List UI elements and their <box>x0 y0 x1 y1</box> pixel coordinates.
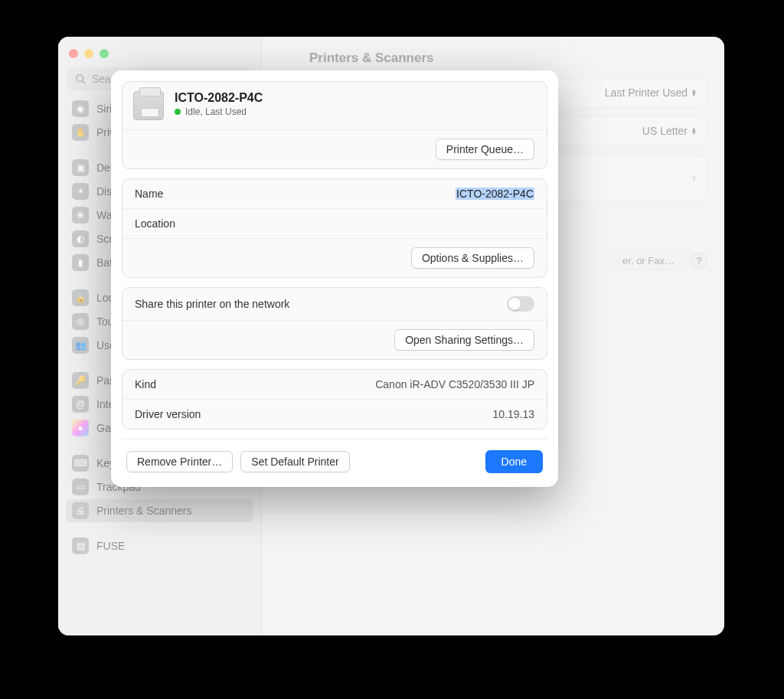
behind-controls: er, or Fax… ? <box>614 251 707 270</box>
location-row[interactable]: Location <box>122 208 547 238</box>
drive-icon: ▤ <box>72 537 89 554</box>
sidebar-item-printers[interactable]: 🖨Printers & Scanners <box>66 499 253 522</box>
sidebar-item-fuse[interactable]: ▤FUSE <box>66 534 253 557</box>
printer-header: ICTO-2082-P4C Idle, Last Used <box>122 82 547 129</box>
zoom-window-button[interactable] <box>100 49 109 58</box>
chevron-right-icon: › <box>692 171 696 184</box>
wallpaper-icon: ❀ <box>72 207 89 224</box>
name-label: Name <box>135 188 163 200</box>
page-title: Printers & Scanners <box>309 51 707 66</box>
driver-label: Driver version <box>135 408 201 420</box>
open-sharing-button[interactable]: Open Sharing Settings… <box>394 329 534 351</box>
share-row: Share this printer on the network <box>122 288 547 320</box>
screensaver-icon: ◐ <box>72 230 89 247</box>
chevron-updown-icon: ▴▾ <box>692 89 696 96</box>
kind-value: Canon iR-ADV C3520/3530 III JP <box>375 378 534 390</box>
printer-status-text: Idle, Last Used <box>185 106 247 117</box>
location-label: Location <box>135 217 175 230</box>
keyboard-icon: ⌨ <box>72 455 89 472</box>
default-printer-dropdown[interactable]: Last Printer Used ▴▾ <box>605 87 696 99</box>
hand-icon: ✋ <box>72 124 89 141</box>
done-button[interactable]: Done <box>485 450 543 473</box>
trackpad-icon: ▭ <box>72 479 89 495</box>
help-button[interactable]: ? <box>691 253 707 269</box>
share-toggle[interactable] <box>507 296 534 312</box>
svg-line-1 <box>83 81 86 84</box>
lock-icon: 🔒 <box>72 289 89 306</box>
svg-point-0 <box>77 75 83 82</box>
set-default-button[interactable]: Set Default Printer <box>240 451 349 472</box>
close-window-button[interactable] <box>69 49 78 58</box>
share-label: Share this printer on the network <box>135 298 289 310</box>
name-row[interactable]: Name ICTO-2082-P4C <box>122 179 547 208</box>
search-icon <box>75 73 86 84</box>
kind-label: Kind <box>135 378 156 390</box>
sheet-footer: Remove Printer… Set Default Printer Done <box>122 439 547 476</box>
add-printer-button[interactable]: er, or Fax… <box>614 251 683 270</box>
sidebar-item-label: FUSE <box>96 540 125 552</box>
printer-sidebar-icon: 🖨 <box>72 502 89 519</box>
paper-size-dropdown[interactable]: US Letter ▴▾ <box>642 125 696 137</box>
sidebar-item-label: Printers & Scanners <box>96 505 192 517</box>
siri-icon: ◉ <box>72 100 89 117</box>
battery-icon: ▮ <box>72 254 89 271</box>
users-icon: 👥 <box>72 337 89 354</box>
minimize-window-button[interactable] <box>84 49 93 58</box>
sharing-card: Share this printer on the network Open S… <box>122 287 547 360</box>
chevron-updown-icon: ▴▾ <box>692 127 696 135</box>
display-icon: ☀ <box>72 183 89 200</box>
key-icon: 🔑 <box>72 372 89 389</box>
printer-status: Idle, Last Used <box>175 106 263 117</box>
window-controls <box>58 46 261 67</box>
printer-queue-button[interactable]: Printer Queue… <box>436 139 534 160</box>
at-icon: @ <box>72 396 89 413</box>
printer-title: ICTO-2082-P4C <box>175 91 263 105</box>
name-value[interactable]: ICTO-2082-P4C <box>456 188 534 200</box>
fingerprint-icon: ◎ <box>72 313 89 330</box>
paper-size-value: US Letter <box>642 125 688 137</box>
driver-value: 10.19.13 <box>493 408 535 420</box>
options-supplies-button[interactable]: Options & Supplies… <box>411 247 534 269</box>
printer-info-card: Name ICTO-2082-P4C Location Options & Su… <box>122 178 547 278</box>
gamecenter-icon: ● <box>72 420 89 436</box>
printer-detail-sheet: ICTO-2082-P4C Idle, Last Used Printer Qu… <box>111 70 558 487</box>
printer-icon <box>133 91 164 120</box>
kind-row: Kind Canon iR-ADV C3520/3530 III JP <box>122 370 547 399</box>
remove-printer-button[interactable]: Remove Printer… <box>126 451 233 472</box>
details-card: Kind Canon iR-ADV C3520/3530 III JP Driv… <box>122 369 547 430</box>
status-dot-icon <box>175 109 181 115</box>
printer-header-card: ICTO-2082-P4C Idle, Last Used Printer Qu… <box>122 81 547 169</box>
driver-row: Driver version 10.19.13 <box>122 399 547 429</box>
default-printer-value: Last Printer Used <box>605 87 688 99</box>
desktop-icon: ▣ <box>72 159 89 176</box>
